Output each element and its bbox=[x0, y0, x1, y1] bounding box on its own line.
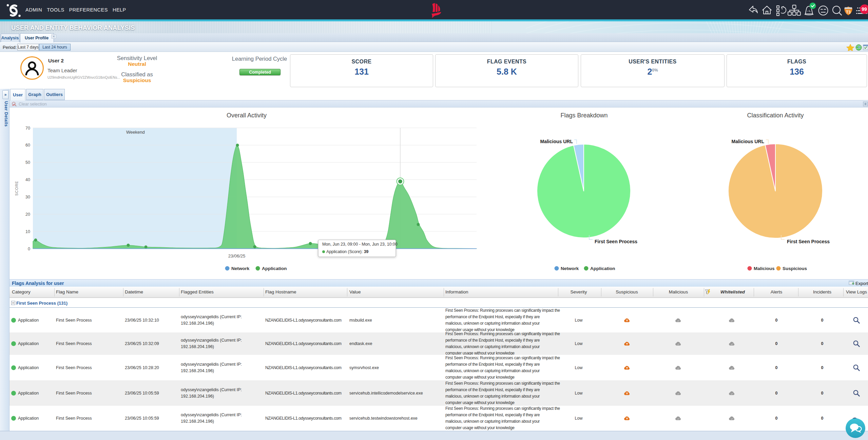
svg-text:20: 20 bbox=[25, 212, 30, 217]
svg-text:Suspicious: Suspicious bbox=[783, 266, 807, 271]
svg-text:50: 50 bbox=[25, 160, 30, 165]
svg-text:Malicious URL: Malicious URL bbox=[540, 139, 573, 144]
svg-text:First Seen Process: First Seen Process bbox=[595, 239, 637, 244]
svg-text:99: 99 bbox=[862, 6, 867, 12]
svg-text:SCORE: SCORE bbox=[15, 181, 19, 196]
svg-text:70: 70 bbox=[25, 126, 30, 131]
svg-text:Application: Application bbox=[262, 266, 287, 271]
svg-text:0: 0 bbox=[28, 247, 30, 251]
svg-text:Network: Network bbox=[231, 266, 250, 271]
svg-text:First Seen Process: First Seen Process bbox=[787, 239, 830, 244]
svg-text:Mon, Jun 23, 09:00 - Mon, Jun: Mon, Jun 23, 09:00 - Mon, Jun 23, 10:00 bbox=[322, 242, 398, 247]
svg-text:T3: T3 bbox=[846, 10, 851, 15]
svg-text:10: 10 bbox=[25, 229, 30, 234]
svg-text:23/06/25: 23/06/25 bbox=[228, 253, 246, 259]
svg-text:Application (Score): 39: Application (Score): 39 bbox=[326, 249, 369, 254]
svg-text:60: 60 bbox=[25, 143, 30, 148]
svg-text:Network: Network bbox=[561, 266, 579, 271]
svg-text:Malicious: Malicious bbox=[754, 266, 775, 271]
svg-text:Application: Application bbox=[590, 266, 615, 271]
svg-text:40: 40 bbox=[25, 177, 30, 182]
svg-text:Weekend: Weekend bbox=[126, 130, 145, 135]
svg-text:Malicious URL: Malicious URL bbox=[732, 139, 765, 144]
svg-text:30: 30 bbox=[25, 195, 30, 199]
